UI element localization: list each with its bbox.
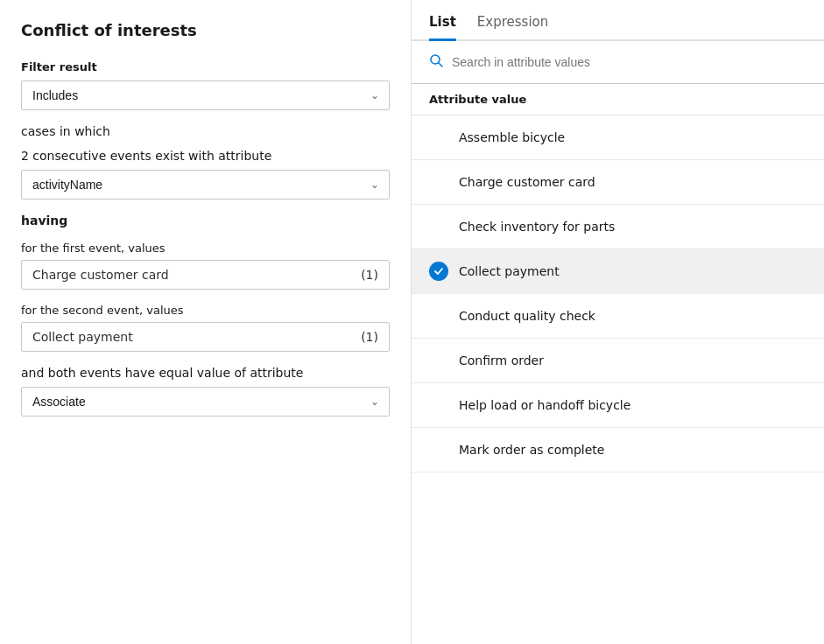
list-item[interactable]: Conduct quality check <box>412 294 824 339</box>
empty-icon <box>429 217 448 236</box>
empty-icon <box>429 351 448 370</box>
attribute-column-header: Attribute value <box>412 84 824 116</box>
list-item[interactable]: Mark order as complete <box>412 428 824 472</box>
attr-value-text: Check inventory for parts <box>459 220 615 234</box>
first-event-text: Charge customer card <box>32 268 169 282</box>
empty-icon <box>429 440 448 459</box>
svg-line-1 <box>439 63 442 66</box>
associate-wrapper: Associate Resource CaseId ⌄ <box>21 387 390 416</box>
filter-result-wrapper: Includes Excludes ⌄ <box>21 80 390 110</box>
list-item[interactable]: Check inventory for parts <box>412 205 824 249</box>
attr-value-text: Collect payment <box>459 264 560 278</box>
left-panel: Conflict of interests Filter result Incl… <box>0 0 412 644</box>
list-item[interactable]: Help load or handoff bicycle <box>412 383 824 428</box>
equal-attr-label: and both events have equal value of attr… <box>21 366 390 380</box>
attribute-select[interactable]: activityName caseId resource <box>21 170 390 200</box>
empty-icon <box>429 128 448 147</box>
attr-value-text: Charge customer card <box>459 175 595 189</box>
right-panel: List Expression Attribute value Assemble… <box>412 0 824 644</box>
empty-icon <box>429 396 448 415</box>
first-event-count: (1) <box>361 268 378 282</box>
consecutive-label: 2 consecutive events exist with attribut… <box>21 149 390 163</box>
filter-result-select[interactable]: Includes Excludes <box>21 80 390 110</box>
second-event-value-box[interactable]: Collect payment (1) <box>21 322 390 352</box>
attr-value-text: Confirm order <box>459 354 544 368</box>
second-event-label: for the second event, values <box>21 304 390 317</box>
second-event-text: Collect payment <box>32 330 133 344</box>
tab-list[interactable]: List <box>429 14 456 41</box>
search-row <box>412 41 824 84</box>
search-input[interactable] <box>452 55 806 69</box>
having-label: having <box>21 214 390 228</box>
first-event-label: for the first event, values <box>21 242 390 255</box>
attr-value-text: Assemble bicycle <box>459 130 565 144</box>
attr-value-text: Conduct quality check <box>459 309 595 323</box>
list-item[interactable]: Charge customer card <box>412 160 824 205</box>
list-item[interactable]: Confirm order <box>412 339 824 383</box>
empty-icon <box>429 172 448 192</box>
attribute-wrapper: activityName caseId resource ⌄ <box>21 170 390 200</box>
second-event-count: (1) <box>361 330 378 344</box>
page-title: Conflict of interests <box>21 21 390 39</box>
first-event-value-box[interactable]: Charge customer card (1) <box>21 260 390 290</box>
list-item-selected[interactable]: Collect payment <box>412 249 824 294</box>
attribute-list: Attribute value Assemble bicycle Charge … <box>412 84 824 644</box>
search-icon <box>429 53 443 71</box>
filter-result-label: Filter result <box>21 60 390 74</box>
cases-label: cases in which <box>21 124 390 138</box>
tab-expression[interactable]: Expression <box>477 14 548 41</box>
attr-value-text: Mark order as complete <box>459 443 604 457</box>
empty-icon <box>429 306 448 326</box>
tabs-row: List Expression <box>412 0 824 41</box>
list-item[interactable]: Assemble bicycle <box>412 116 824 160</box>
check-circle-icon <box>429 262 448 281</box>
associate-select[interactable]: Associate Resource CaseId <box>21 387 390 416</box>
attr-value-text: Help load or handoff bicycle <box>459 398 630 412</box>
